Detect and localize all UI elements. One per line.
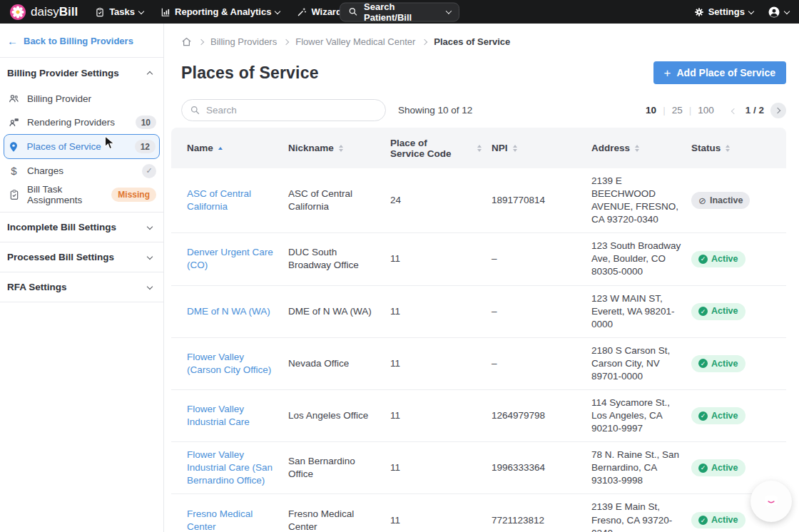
chevron-down-icon xyxy=(748,8,754,14)
column-header-address[interactable]: Address xyxy=(591,143,691,153)
place-name-link[interactable]: Flower Valley Industrial Care (San Berna… xyxy=(187,449,273,486)
sidebar-group-processed-bill-settings[interactable]: Processed Bill Settings xyxy=(0,242,163,272)
sidebar: ← Back to Billing Providers Billing Prov… xyxy=(0,24,164,532)
place-name-link[interactable]: Flower Valley (Carson City Office) xyxy=(187,352,271,375)
status-badge: ✓Active xyxy=(691,355,745,372)
npi-cell: 1996333364 xyxy=(492,455,591,481)
sidebar-item-label: Places of Service xyxy=(27,141,128,152)
place-name-link[interactable]: Denver Urgent Care (CO) xyxy=(187,247,273,270)
sidebar-item-rendering-providers[interactable]: Rendering Providers 10 xyxy=(0,111,163,134)
address-cell: 123 South Broadway Ave, Boulder, CO 8030… xyxy=(591,233,691,285)
page-size-10[interactable]: 10 xyxy=(646,105,656,116)
table-row: DME of N WA (WA) DME of N WA (WA) 11 – 1… xyxy=(171,286,786,338)
chevron-right-icon xyxy=(283,39,289,44)
check-icon: ✓ xyxy=(698,516,708,525)
chevron-left-icon xyxy=(731,108,736,114)
chat-launcher-button[interactable] xyxy=(755,486,787,517)
status-badge: ✓Active xyxy=(691,512,745,529)
table-row: Denver Urgent Care (CO) DUC South Broadw… xyxy=(171,233,786,285)
place-name-link[interactable]: DME of N WA (WA) xyxy=(187,306,270,317)
table-row: Flower Valley Industrial Care (San Berna… xyxy=(171,442,786,494)
processed-bill-settings-section: Processed Bill Settings xyxy=(0,242,163,272)
users-icon xyxy=(7,93,21,105)
column-label: Name xyxy=(187,143,213,153)
breadcrumb-flower-valley-medical-center[interactable]: Flower Valley Medical Center xyxy=(295,36,415,47)
column-header-npi[interactable]: NPI xyxy=(492,143,591,153)
column-label: NPI xyxy=(492,143,508,153)
back-link-label: Back to Billing Providers xyxy=(24,36,133,46)
incomplete-bill-settings-section: Incomplete Bill Settings xyxy=(0,212,163,242)
chevron-right-icon xyxy=(422,39,427,44)
column-header-nickname[interactable]: Nickname xyxy=(288,143,390,153)
breadcrumb-billing-providers[interactable]: Billing Providers xyxy=(210,36,277,47)
places-of-service-table: Name Nickname Place of Service Code NPI xyxy=(171,128,786,532)
brand-logo[interactable]: daisyBill xyxy=(10,4,78,20)
content-area: ← Back to Billing Providers Billing Prov… xyxy=(0,24,799,532)
separator: | xyxy=(663,105,666,116)
chart-icon xyxy=(161,7,171,17)
wand-icon xyxy=(297,7,307,17)
app-window: daisyBill Tasks Reporting & Analytics Wi… xyxy=(0,0,799,532)
place-name-link[interactable]: ASC of Central California xyxy=(187,188,251,212)
pos-code-cell: 11 xyxy=(390,508,492,532)
plus-icon: + xyxy=(664,67,671,79)
map-pin-icon xyxy=(7,141,21,153)
back-to-billing-providers-link[interactable]: ← Back to Billing Providers xyxy=(0,24,163,57)
search-input[interactable] xyxy=(181,99,386,121)
prev-page-button[interactable] xyxy=(729,102,739,118)
nickname-cell: Fresno Medical Center xyxy=(288,501,390,532)
column-header-name[interactable]: Name xyxy=(187,143,288,153)
place-name-link[interactable]: Flower Valley Industrial Care xyxy=(187,404,250,427)
sort-icon xyxy=(726,145,730,152)
slash-circle-icon: ⊘ xyxy=(698,196,706,205)
breadcrumb: Billing Providers Flower Valley Medical … xyxy=(181,36,786,47)
chevron-up-icon xyxy=(147,71,153,77)
search-patient-bill-label: Search Patient/Bill xyxy=(364,1,441,23)
add-place-of-service-button[interactable]: + Add Place of Service xyxy=(653,61,786,84)
sidebar-item-charges[interactable]: $ Charges ✓ xyxy=(0,159,163,183)
next-page-button[interactable] xyxy=(770,103,786,118)
chevron-down-icon xyxy=(147,223,153,229)
place-name-link[interactable]: Fresno Medical Center xyxy=(187,508,253,532)
chevron-right-icon xyxy=(775,107,780,113)
nav-reporting[interactable]: Reporting & Analytics xyxy=(161,6,280,17)
column-header-pos-code[interactable]: Place of Service Code xyxy=(390,138,492,159)
sidebar-group-incomplete-bill-settings[interactable]: Incomplete Bill Settings xyxy=(0,213,163,242)
page-indicator: 1 / 2 xyxy=(745,105,764,116)
nav-tasks[interactable]: Tasks xyxy=(95,6,143,17)
sidebar-item-bill-task-assignments[interactable]: Bill Task Assignments Missing xyxy=(0,183,163,206)
sidebar-group-rfa-settings[interactable]: RFA Settings xyxy=(0,272,163,302)
address-cell: 2180 S Carson St, Carson City, NV 89701-… xyxy=(591,338,691,389)
sidebar-group-billing-provider-settings[interactable]: Billing Provider Settings xyxy=(0,58,163,87)
status-label: Active xyxy=(711,514,738,526)
user-menu[interactable] xyxy=(768,6,789,19)
search-patient-bill-button[interactable]: Search Patient/Bill xyxy=(340,2,459,21)
page-size-25[interactable]: 25 xyxy=(672,105,683,116)
table-row: Flower Valley Industrial Care Los Angele… xyxy=(171,390,786,442)
user-avatar-icon xyxy=(768,6,780,19)
address-cell: 2139 E Main St, Fresno, CA 93720-0340 xyxy=(591,494,691,532)
count-badge: 10 xyxy=(136,116,156,129)
check-icon: ✓ xyxy=(698,464,708,473)
home-icon[interactable] xyxy=(181,36,192,47)
sidebar-item-billing-provider[interactable]: Billing Provider xyxy=(0,87,163,111)
column-header-status[interactable]: Status xyxy=(691,143,786,153)
nav-wizard-label: Wizard xyxy=(311,6,342,17)
page-size-100[interactable]: 100 xyxy=(698,105,714,116)
address-cell: 114 Sycamore St., Los Angeles, CA 90210-… xyxy=(591,390,691,441)
npi-cell: 7721123812 xyxy=(492,508,591,532)
nickname-cell: Los Angeles Office xyxy=(288,403,390,429)
gear-icon xyxy=(694,7,704,17)
sidebar-item-places-of-service[interactable]: Places of Service 12 xyxy=(4,134,160,159)
nav-settings[interactable]: Settings xyxy=(694,6,753,17)
pos-code-cell: 11 xyxy=(390,351,492,377)
count-badge: 12 xyxy=(135,140,156,153)
status-label: Active xyxy=(711,253,738,265)
npi-cell: 1891770814 xyxy=(492,188,591,213)
top-nav: daisyBill Tasks Reporting & Analytics Wi… xyxy=(0,0,799,24)
status-label: Active xyxy=(711,305,738,317)
page-title: Places of Service xyxy=(181,63,319,83)
nav-right-group: Settings xyxy=(694,6,789,19)
column-label: Place of Service Code xyxy=(390,138,459,159)
pagination: 10 | 25 | 100 1 / 2 xyxy=(646,102,786,118)
